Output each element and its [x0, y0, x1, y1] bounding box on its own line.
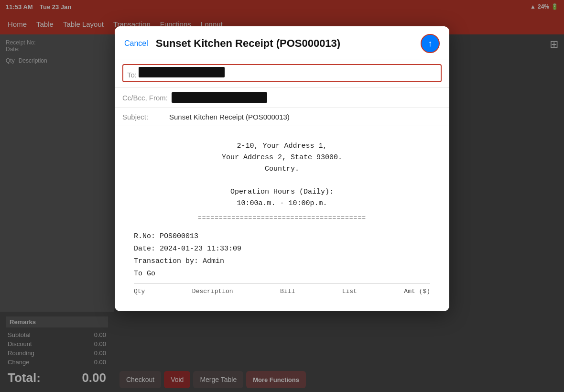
col-qty-header: Qty	[134, 287, 145, 297]
op-hours-label: Operation Hours (Daily):	[134, 186, 430, 198]
cancel-button[interactable]: Cancel	[124, 39, 148, 48]
body-divider: ========================================	[134, 213, 430, 223]
transaction-by: Transaction by: Admin	[134, 256, 430, 267]
address-line3: Country.	[134, 163, 430, 175]
email-modal: Cancel Sunset Kitchen Receipt (POS000013…	[115, 26, 449, 311]
subject-value: Sunset Kitchen Receipt (POS000013)	[169, 113, 290, 121]
receipt-table-header: Qty Description Bill List Amt ($)	[134, 283, 430, 297]
address-line1: 2-10, Your Address 1,	[134, 141, 430, 152]
from-input[interactable]	[172, 92, 267, 103]
r-no: R.No: POS000013	[134, 231, 430, 242]
email-modal-header: Cancel Sunset Kitchen Receipt (POS000013…	[115, 26, 449, 59]
body-hours: Operation Hours (Daily): 10:00a.m. - 10:…	[134, 186, 430, 209]
address-line2: Your Address 2, State 93000.	[134, 152, 430, 163]
cc-bcc-from-label: Cc/Bcc, From:	[122, 94, 168, 102]
to-go: To Go	[134, 268, 430, 280]
to-input[interactable]	[139, 67, 225, 77]
subject-label: Subject:	[122, 113, 165, 121]
subject-row: Subject: Sunset Kitchen Receipt (POS0000…	[115, 108, 449, 126]
email-body: 2-10, Your Address 1, Your Address 2, St…	[115, 126, 449, 311]
modal-backdrop: Cancel Sunset Kitchen Receipt (POS000013…	[0, 0, 564, 392]
col-amt-header: Amt ($)	[404, 287, 430, 297]
body-address: 2-10, Your Address 1, Your Address 2, St…	[134, 141, 430, 175]
op-hours-value: 10:00a.m. - 10:00p.m.	[134, 198, 430, 209]
receipt-details: R.No: POS000013 Date: 2024-01-23 11:33:0…	[134, 231, 430, 280]
cc-bcc-from-row: Cc/Bcc, From:	[115, 87, 449, 108]
send-button[interactable]: ↑	[421, 34, 440, 53]
col-bill-header: Bill	[280, 287, 295, 297]
receipt-date: Date: 2024-01-23 11:33:09	[134, 243, 430, 255]
to-field-wrapper[interactable]: To:	[122, 64, 442, 82]
send-icon: ↑	[428, 39, 433, 49]
to-field-row: To:	[115, 59, 449, 87]
modal-title: Sunset Kitchen Receipt (POS000013)	[156, 37, 421, 50]
col-list-header: List	[342, 287, 357, 297]
to-label: To:	[127, 71, 137, 79]
col-desc-header: Description	[192, 287, 233, 297]
